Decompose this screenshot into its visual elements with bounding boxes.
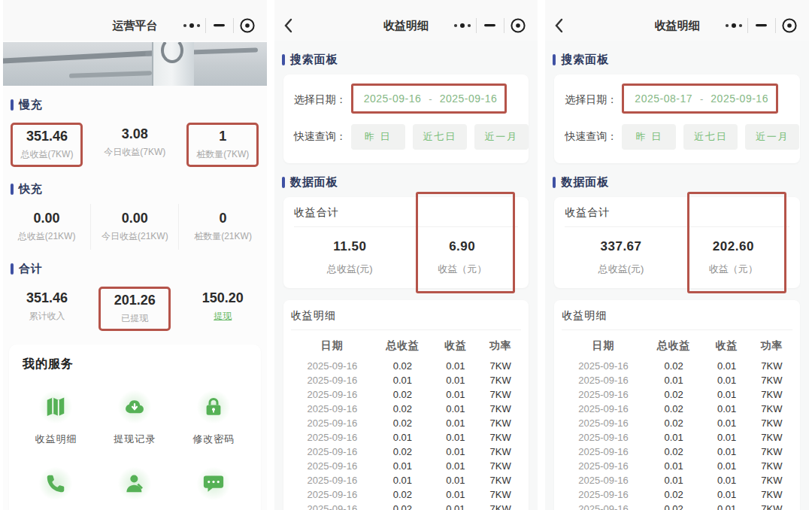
table-row: 2025-09-16 0.02 0.01 7KW <box>562 387 792 402</box>
date-separator: - <box>700 93 703 105</box>
service-contact-support[interactable]: 联系客服 <box>17 454 95 510</box>
yesterday-button[interactable]: 昨 日 <box>622 124 676 150</box>
last-month-button[interactable]: 近一月 <box>745 124 799 150</box>
row-date: 2025-09-16 <box>291 475 374 486</box>
section-bar <box>282 54 285 65</box>
withdraw-link[interactable]: 提现 <box>194 310 251 323</box>
table-row: 2025-09-16 0.02 0.01 7KW <box>291 359 522 373</box>
last-7-days-button[interactable]: 近七日 <box>683 124 738 150</box>
service-label: 提现记录 <box>95 433 174 446</box>
table-row: 2025-09-16 0.01 0.01 7KW <box>562 373 792 387</box>
target-circle-icon[interactable] <box>776 14 803 37</box>
table-body[interactable]: 2025-09-16 0.02 0.01 7KW 2025-09-16 0.01… <box>562 359 792 510</box>
minimize-icon[interactable] <box>206 14 233 37</box>
summary-income: 6.90 收益（元） <box>406 239 518 276</box>
row-date: 2025-09-16 <box>291 489 374 500</box>
search-card: 选择日期： 2025-09-16 - 2025-09-16 快速查询： 昨 日 … <box>283 74 529 163</box>
summary-label: 收益（元） <box>406 263 518 276</box>
table-row: 2025-09-16 0.01 0.01 7KW <box>291 430 522 445</box>
date-start[interactable]: 2025-08-17 <box>635 93 692 105</box>
target-circle-icon[interactable] <box>504 14 532 37</box>
header-date: 日期 <box>562 339 644 353</box>
section-search-panel: 搜索面板 <box>282 53 529 67</box>
section-bar <box>282 177 285 188</box>
table-row: 2025-09-16 0.02 0.01 7KW <box>562 445 792 459</box>
date-end[interactable]: 2025-09-16 <box>710 93 768 105</box>
row-power: 7KW <box>480 446 521 457</box>
operator-platform-screen: 运营平台 慢充 <box>3 0 267 510</box>
row-power: 7KW <box>751 417 792 429</box>
service-user-agreement[interactable]: 用户协议 <box>174 454 253 510</box>
table-row: 2025-09-16 0.02 0.01 7KW <box>562 487 792 502</box>
date-select-label: 选择日期： <box>294 93 347 107</box>
income-summary-card: 收益合计 11.50 总收益(元) 6.90 收益（元） <box>283 197 529 288</box>
row-income: 0.01 <box>432 489 480 500</box>
date-range-picker[interactable]: 2025-08-17 - 2025-09-16 <box>622 83 778 114</box>
window-controls <box>449 14 538 37</box>
summary-total-income: 11.50 总收益(元) <box>294 239 406 276</box>
stat-pile-count-7kw: 1 桩数量(7KW) <box>179 120 267 170</box>
service-withdraw-records[interactable]: 提现记录 <box>95 377 174 454</box>
summary-value: 337.67 <box>565 239 677 254</box>
more-dots-icon[interactable] <box>449 14 476 37</box>
detail-title: 收益明细 <box>291 309 522 330</box>
service-income-detail[interactable]: 收益明细 <box>17 377 95 454</box>
yesterday-button[interactable]: 昨 日 <box>351 124 405 150</box>
income-detail-card: 收益明细 日期 总收益 收益 功率 2025-09-16 0.02 0.01 7… <box>554 300 800 510</box>
back-chevron-icon[interactable] <box>283 15 301 36</box>
date-separator: - <box>429 93 432 105</box>
row-income: 0.01 <box>702 360 750 372</box>
row-date: 2025-09-16 <box>562 360 644 372</box>
income-summary-card: 收益合计 337.67 总收益(元) 202.60 收益（元） <box>554 197 800 288</box>
header-date: 日期 <box>291 339 374 353</box>
table-row: 2025-09-16 0.02 0.01 7KW <box>291 487 522 502</box>
row-power: 7KW <box>751 489 792 500</box>
minimize-icon[interactable] <box>748 14 775 37</box>
section-bar <box>553 177 556 188</box>
header-power: 功率 <box>480 339 521 353</box>
target-circle-icon[interactable] <box>234 14 261 37</box>
date-end[interactable]: 2025-09-16 <box>440 93 498 105</box>
quick-query-row: 快速查询： 昨 日 近七日 近一月 <box>294 124 519 150</box>
row-power: 7KW <box>751 389 792 400</box>
stat-total-income-7kw: 351.46 总收益(7KW) <box>3 120 91 170</box>
service-about-us[interactable]: 关于我们 <box>95 454 174 510</box>
cloud-withdraw-icon <box>118 390 151 423</box>
table-row: 2025-09-16 0.01 0.01 7KW <box>562 430 792 445</box>
agreement-chat-icon <box>197 467 230 500</box>
last-month-button[interactable]: 近一月 <box>474 124 529 150</box>
table-row: 2025-09-16 0.02 0.01 7KW <box>291 416 522 430</box>
section-data-panel: 数据面板 <box>282 175 529 190</box>
phone-icon <box>39 467 72 500</box>
summary-value: 202.60 <box>677 239 789 254</box>
service-change-password[interactable]: 修改密码 <box>174 377 253 454</box>
detail-title: 收益明细 <box>562 309 792 330</box>
date-range-picker[interactable]: 2025-09-16 - 2025-09-16 <box>351 83 508 114</box>
stat-withdrawn: 201.26 已提现 <box>91 284 179 334</box>
summary-title: 收益合计 <box>294 206 519 227</box>
summary-title: 收益合计 <box>565 206 789 227</box>
table-row: 2025-09-16 0.02 0.01 7KW <box>291 445 522 459</box>
row-date: 2025-09-16 <box>291 389 374 400</box>
summary-total-income: 337.67 总收益(元) <box>565 239 677 276</box>
stat-value: 351.46 <box>18 290 75 306</box>
last-7-days-button[interactable]: 近七日 <box>413 124 467 150</box>
window-controls <box>720 14 809 37</box>
row-total-income: 0.02 <box>645 489 703 500</box>
row-total-income: 0.02 <box>645 403 703 414</box>
back-chevron-icon[interactable] <box>554 15 572 36</box>
summary-value: 11.50 <box>294 239 406 254</box>
minimize-icon[interactable] <box>477 14 504 37</box>
stat-today-income-7kw: 3.08 今日收益(7KW) <box>91 120 179 170</box>
more-dots-icon[interactable] <box>178 14 205 37</box>
header-income: 收益 <box>702 339 750 353</box>
row-income: 0.01 <box>432 360 480 372</box>
table-body[interactable]: 2025-09-16 0.02 0.01 7KW 2025-09-16 0.01… <box>291 359 522 510</box>
table-row: 2025-09-16 0.01 0.01 7KW <box>562 473 792 487</box>
lock-icon <box>197 390 230 423</box>
more-dots-icon[interactable] <box>720 14 747 37</box>
navbar: 运营平台 <box>3 0 267 41</box>
date-start[interactable]: 2025-09-16 <box>364 93 422 105</box>
row-income: 0.01 <box>702 503 750 510</box>
row-power: 7KW <box>751 403 792 414</box>
